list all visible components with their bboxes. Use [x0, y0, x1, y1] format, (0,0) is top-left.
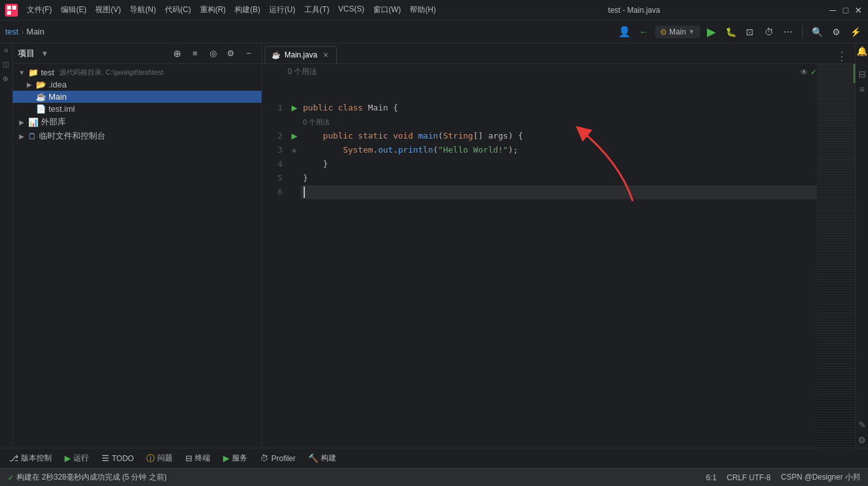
run-tool-icon: ▶	[65, 453, 71, 463]
menu-view[interactable]: 视图(V)	[91, 3, 125, 17]
tree-label-scratch: 临时文件和控制台	[39, 130, 105, 142]
settings-icon[interactable]: ⚙	[828, 24, 844, 40]
search-everywhere-icon[interactable]: 🔍	[809, 24, 825, 40]
line-ending[interactable]: CRLF UTF-8	[724, 472, 773, 483]
scratch-icon: 🗒	[28, 132, 36, 141]
run-gutters: ▶ ▶ ◈	[288, 64, 300, 448]
notifications-icon[interactable]: ⚡	[848, 24, 863, 40]
sidebar-close-icon[interactable]: −	[241, 46, 256, 61]
breadcrumb-project[interactable]: test	[5, 27, 19, 36]
menu-code[interactable]: 代码(C)	[161, 3, 195, 17]
vcs-tool-icon: ⎇	[9, 453, 19, 463]
right-rail-icon-4[interactable]: ✎	[857, 420, 867, 430]
locate-icon[interactable]: ◎	[205, 46, 221, 61]
context-label[interactable]: CSPN @Designer 小邦	[779, 471, 863, 484]
debug-button[interactable]: 🐛	[723, 24, 738, 40]
run-config-label: Main	[669, 27, 686, 36]
run-config-selector[interactable]: ⊙ Main ▼	[655, 26, 700, 38]
keyword-class: class	[338, 101, 368, 115]
left-rail-icon-1[interactable]: ≡	[1, 46, 12, 55]
run-button[interactable]: ▶	[704, 24, 719, 40]
tree-item-test-iml[interactable]: ▶ 📄 test.iml	[13, 103, 261, 115]
left-rail: ≡ ◫ ⊕	[0, 43, 13, 448]
vcs-icon[interactable]: 👤	[617, 24, 632, 40]
services-tool-icon: ▶	[223, 453, 229, 463]
right-rail-notifications-icon[interactable]: 🔔	[857, 46, 867, 56]
coverage-button[interactable]: ⊡	[742, 24, 757, 40]
bottom-tool-problems[interactable]: ⓘ 问题	[140, 450, 179, 467]
bottom-tool-profiler[interactable]: ⏱ Profiler	[254, 451, 302, 466]
run-config-dropdown-arrow[interactable]: ▼	[688, 28, 695, 35]
sidebar-title: 项目	[18, 48, 35, 59]
more-run-options[interactable]: ⋯	[780, 24, 796, 40]
sidebar-dropdown-arrow[interactable]: ▼	[41, 49, 49, 58]
paren-close: );	[508, 143, 518, 157]
array-bracket: [] args) {	[473, 129, 523, 143]
collapse-all-icon[interactable]: ≡	[187, 46, 203, 61]
run-gutter-2[interactable]: ▶	[288, 129, 300, 143]
cursor-position[interactable]: 6:1	[703, 472, 719, 483]
right-rail-icon-5[interactable]: ⚙	[857, 435, 867, 445]
left-rail-icon-2[interactable]: ◫	[1, 57, 12, 71]
tree-arrow-idea: ▶	[26, 81, 33, 89]
tree-item-main[interactable]: ▶ ☕ Main	[13, 91, 261, 103]
code-editor[interactable]: public class Main { 0 个用法 public static …	[300, 64, 817, 448]
menu-file[interactable]: 文件(F)	[23, 3, 56, 17]
breadcrumb-separator: ›	[21, 27, 24, 36]
right-rail: 🔔 ⊟ ≡ ✎ ⚙	[855, 43, 868, 448]
indent-3	[303, 143, 343, 157]
maximize-button[interactable]: □	[841, 6, 850, 15]
code-line-4: }	[300, 157, 817, 171]
sidebar-settings-icon[interactable]: ⚙	[223, 46, 238, 61]
status-build[interactable]: ✓ 构建在 2秒328毫秒内成功完成 (5 分钟 之前)	[5, 471, 169, 484]
run-gutter-1[interactable]: ▶	[288, 101, 300, 115]
menu-refactor[interactable]: 重构(R)	[196, 3, 230, 17]
profile-button[interactable]: ⏱	[761, 24, 777, 40]
bottom-tool-services[interactable]: ▶ 服务	[217, 450, 254, 466]
minimize-button[interactable]: ─	[828, 6, 837, 15]
bottom-tool-todo[interactable]: ☰ TODO	[95, 451, 140, 466]
kw-public-2: public	[323, 129, 358, 143]
bottom-tool-vcs[interactable]: ⎇ 版本控制	[3, 450, 58, 466]
line-numbers: 1 2 3 4 5 6	[262, 64, 288, 448]
fn-println: println	[398, 143, 433, 157]
build-tool-label: 构建	[321, 453, 336, 464]
menu-edit[interactable]: 编辑(E)	[57, 3, 90, 17]
tab-more-button[interactable]: ⋮	[831, 49, 853, 63]
close-button[interactable]: ✕	[854, 6, 863, 15]
main-layout: ≡ ◫ ⊕ 项目 ▼ ⊕ ≡ ◎ ⚙ − ▼ 📁 test 源代码根目录, C:…	[0, 43, 868, 448]
tree-item-external-libs[interactable]: ▶ 📊 外部库	[13, 115, 261, 129]
menu-window[interactable]: 窗口(W)	[369, 3, 405, 17]
menu-tools[interactable]: 工具(T)	[300, 3, 333, 17]
menu-help[interactable]: 帮助(H)	[406, 3, 440, 17]
left-rail-icon-3[interactable]: ⊕	[1, 73, 12, 84]
vcs-tool-label: 版本控制	[21, 453, 52, 464]
right-rail-icon-2[interactable]: ⊟	[857, 69, 867, 79]
titlebar-controls[interactable]: ─ □ ✕	[828, 6, 863, 15]
editor-content[interactable]: 0 个用法 👁 ✓ 1 2 3 4 5 6 ▶	[262, 64, 855, 448]
indent-2	[303, 129, 323, 143]
menu-run[interactable]: 运行(U)	[265, 3, 299, 17]
bottom-tool-build[interactable]: 🔨 构建	[302, 450, 343, 466]
menu-bar[interactable]: 文件(F) 编辑(E) 视图(V) 导航(N) 代码(C) 重构(R) 构建(B…	[23, 3, 440, 17]
right-rail-icon-3[interactable]: ≡	[857, 84, 867, 95]
usage-line-class: 0 个用法	[300, 115, 817, 129]
bookmark-icon-3: ◈	[291, 146, 297, 155]
tree-item-scratch[interactable]: ▶ 🗒 临时文件和控制台	[13, 129, 261, 143]
editor-tab-main-java[interactable]: ☕ Main.java ✕	[265, 46, 337, 63]
bottom-tool-run[interactable]: ▶ 运行	[58, 450, 95, 466]
breadcrumb-file[interactable]: Main	[26, 27, 44, 36]
bottom-tool-terminal[interactable]: ⊟ 终端	[179, 450, 217, 466]
todo-tool-icon: ☰	[102, 453, 109, 463]
menu-vcs[interactable]: VCS(S)	[334, 3, 368, 17]
bottom-toolbar: ⎇ 版本控制 ▶ 运行 ☰ TODO ⓘ 问题 ⊟ 终端 ▶ 服务 ⏱ Prof…	[0, 448, 868, 468]
run-gutter-3: ◈	[288, 143, 300, 157]
tree-item-idea[interactable]: ▶ 📂 .idea	[13, 79, 261, 91]
add-icon[interactable]: ⊕	[169, 46, 185, 61]
tab-close-button[interactable]: ✕	[321, 50, 330, 59]
menu-navigate[interactable]: 导航(N)	[126, 3, 160, 17]
navigate-back-icon[interactable]: ←	[636, 24, 651, 40]
tree-item-test-root[interactable]: ▼ 📁 test 源代码根目录, C:\java\git\test\test	[13, 66, 261, 79]
menu-build[interactable]: 构建(B)	[231, 3, 264, 17]
sidebar-header-actions[interactable]: ⊕ ≡ ◎ ⚙ −	[169, 46, 256, 61]
